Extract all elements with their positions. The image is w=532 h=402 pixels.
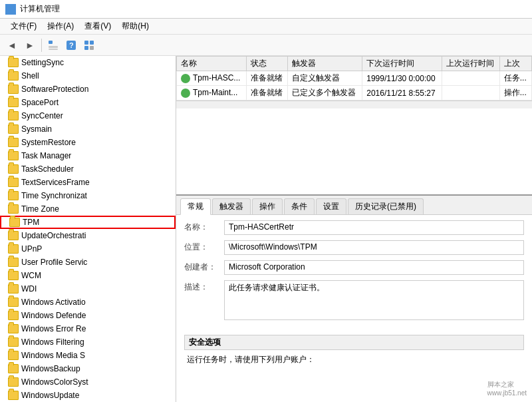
sidebar-item-5[interactable]: Sysmain xyxy=(0,122,176,136)
detail-content: 名称： Tpm-HASCertRetr 位置： \Microsoft\Windo… xyxy=(176,215,532,331)
col-last2[interactable]: 上次 xyxy=(499,57,531,71)
svg-rect-1 xyxy=(49,46,58,48)
sidebar-item-9[interactable]: TextServicesFrame xyxy=(0,176,176,189)
title-bar: 计算机管理 xyxy=(0,0,532,19)
sidebar-item-22[interactable]: Windows Media S xyxy=(0,349,176,362)
task-name-0: Tpm-HASC... xyxy=(177,71,247,86)
sidebar-item-18[interactable]: Windows Activatio xyxy=(0,296,176,309)
toolbar: ◄ ► ? xyxy=(0,35,532,56)
table-row-0[interactable]: Tpm-HASC...准备就绪自定义触发器1999/11/30 0:00:00任… xyxy=(177,71,532,86)
sidebar-item-12[interactable]: TPM xyxy=(0,216,176,229)
sidebar-item-label-11: Time Zone xyxy=(21,204,59,214)
sidebar-item-label-25: WindowsUpdate xyxy=(21,391,79,400)
folder-icon-12 xyxy=(9,218,20,227)
sidebar-item-20[interactable]: Windows Error Re xyxy=(0,322,176,335)
folder-icon-7 xyxy=(8,151,19,160)
security-run-label: 运行任务时，请使用下列用户账户： xyxy=(184,353,524,367)
sidebar-item-label-9: TextServicesFrame xyxy=(21,178,90,187)
sidebar-item-label-19: Windows Defende xyxy=(21,311,86,320)
menu-item-v[interactable]: 查看(V) xyxy=(79,19,116,33)
sidebar-item-10[interactable]: Time Synchronizat xyxy=(0,189,176,202)
svg-rect-8 xyxy=(90,46,94,50)
security-title: 安全选项 xyxy=(184,335,524,350)
sidebar-item-label-24: WindowsColorSyst xyxy=(21,377,88,387)
back-button[interactable]: ◄ xyxy=(4,37,20,53)
table-row-1[interactable]: Tpm-Maint...准备就绪已定义多个触发器2016/11/21 8:55:… xyxy=(177,86,532,100)
folder-icon-5 xyxy=(8,124,19,134)
task-last-run-0 xyxy=(442,71,499,86)
status-icon-0 xyxy=(181,74,190,83)
col-status[interactable]: 状态 xyxy=(246,57,288,71)
sidebar-item-16[interactable]: WCM xyxy=(0,269,176,282)
sidebar-item-1[interactable]: Shell xyxy=(0,69,176,83)
sidebar[interactable]: SettingSyncShellSoftwareProtectionSpaceP… xyxy=(0,56,176,402)
sidebar-item-19[interactable]: Windows Defende xyxy=(0,309,176,322)
forward-button[interactable]: ► xyxy=(22,37,38,53)
folder-icon-24 xyxy=(8,377,19,387)
help-button[interactable]: ? xyxy=(63,37,79,53)
detail-tab-4[interactable]: 设置 xyxy=(316,198,346,214)
sidebar-item-21[interactable]: Windows Filtering xyxy=(0,335,176,349)
sidebar-item-25[interactable]: WindowsUpdate xyxy=(0,389,176,402)
detail-tab-3[interactable]: 条件 xyxy=(284,198,315,214)
task-next-run-0: 1999/11/30 0:00:00 xyxy=(362,71,442,86)
right-panel: 名称 状态 触发器 下次运行时间 上次运行时间 上次 Tpm-HASC...准备… xyxy=(176,56,532,402)
folder-icon-21 xyxy=(8,337,19,347)
folder-icon-16 xyxy=(8,271,19,280)
horizontal-scrollbar[interactable] xyxy=(176,100,532,108)
folder-icon-9 xyxy=(8,178,19,187)
sidebar-item-label-13: UpdateOrchestrati xyxy=(21,231,86,240)
sidebar-item-23[interactable]: WindowsBackup xyxy=(0,362,176,375)
svg-rect-7 xyxy=(84,46,88,50)
sidebar-item-6[interactable]: SystemRestore xyxy=(0,136,176,149)
sidebar-item-17[interactable]: WDI xyxy=(0,282,176,296)
folder-icon-25 xyxy=(8,391,19,400)
detail-tab-1[interactable]: 触发器 xyxy=(212,198,251,214)
svg-text:?: ? xyxy=(69,41,74,49)
sidebar-item-24[interactable]: WindowsColorSyst xyxy=(0,375,176,389)
detail-tab-2[interactable]: 操作 xyxy=(252,198,283,214)
menu-item-f[interactable]: 文件(F) xyxy=(5,19,42,33)
sidebar-item-label-16: WCM xyxy=(21,271,41,280)
task-table-area[interactable]: 名称 状态 触发器 下次运行时间 上次运行时间 上次 Tpm-HASC...准备… xyxy=(176,56,532,196)
detail-panel: 常规触发器操作条件设置历史记录(已禁用) 名称： Tpm-HASCertRetr… xyxy=(176,196,532,402)
sidebar-item-13[interactable]: UpdateOrchestrati xyxy=(0,229,176,242)
col-trigger[interactable]: 触发器 xyxy=(288,57,362,71)
detail-tab-0[interactable]: 常规 xyxy=(180,198,211,215)
folder-icon-20 xyxy=(8,324,19,333)
sidebar-item-14[interactable]: UPnP xyxy=(0,242,176,256)
sidebar-item-11[interactable]: Time Zone xyxy=(0,202,176,216)
sidebar-item-label-18: Windows Activatio xyxy=(21,298,86,307)
menu-item-h[interactable]: 帮助(H) xyxy=(116,19,154,33)
col-last-run[interactable]: 上次运行时间 xyxy=(442,57,499,71)
export-button[interactable] xyxy=(81,37,97,53)
sidebar-item-7[interactable]: Task Manager xyxy=(0,149,176,162)
location-row: 位置： \Microsoft\Windows\TPM xyxy=(184,240,524,255)
sidebar-item-3[interactable]: SpacePort xyxy=(0,96,176,109)
detail-tabs: 常规触发器操作条件设置历史记录(已禁用) xyxy=(176,196,532,215)
sidebar-item-label-3: SpacePort xyxy=(21,98,59,107)
sidebar-item-8[interactable]: TaskScheduler xyxy=(0,162,176,176)
app-icon xyxy=(5,4,16,15)
col-name[interactable]: 名称 xyxy=(177,57,247,71)
show-console-tree-button[interactable] xyxy=(45,37,61,53)
desc-label: 描述： xyxy=(184,280,224,293)
sidebar-item-label-6: SystemRestore xyxy=(21,138,76,147)
sidebar-item-4[interactable]: SyncCenter xyxy=(0,109,176,122)
folder-icon-18 xyxy=(8,298,19,307)
name-label: 名称： xyxy=(184,220,224,233)
sidebar-item-label-14: UPnP xyxy=(21,244,42,254)
folder-icon-10 xyxy=(8,191,19,200)
folder-icon-23 xyxy=(8,364,19,373)
sidebar-item-label-20: Windows Error Re xyxy=(21,324,86,333)
menu-item-a[interactable]: 操作(A) xyxy=(42,19,79,33)
folder-icon-1 xyxy=(8,71,19,81)
main-area: SettingSyncShellSoftwareProtectionSpaceP… xyxy=(0,56,532,402)
security-section: 安全选项 运行任务时，请使用下列用户账户： xyxy=(176,331,532,369)
sidebar-item-15[interactable]: User Profile Servic xyxy=(0,256,176,269)
sidebar-item-0[interactable]: SettingSync xyxy=(0,56,176,69)
sidebar-item-2[interactable]: SoftwareProtection xyxy=(0,83,176,96)
detail-tab-5[interactable]: 历史记录(已禁用) xyxy=(348,198,424,214)
task-last-run-1 xyxy=(442,86,499,100)
col-next-run[interactable]: 下次运行时间 xyxy=(362,57,442,71)
